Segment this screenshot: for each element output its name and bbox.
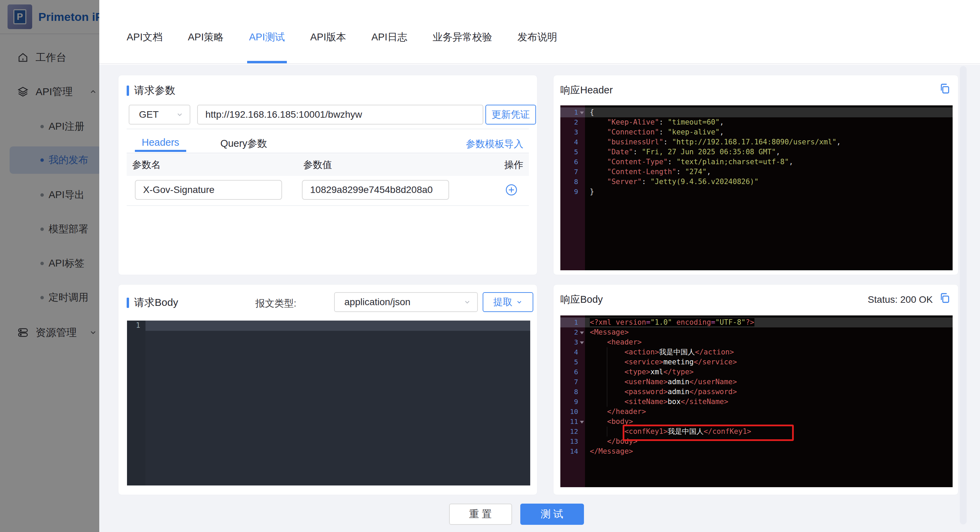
param-subtabs: Headers Query参数 [135, 133, 274, 153]
code-line: 8 <password>admin</password> [560, 387, 953, 397]
test-button[interactable]: 测 试 [520, 503, 584, 525]
col-action: 操作 [504, 159, 523, 172]
code-line: 7 "Content-Length": "274", [560, 167, 953, 177]
indent-guide [607, 347, 607, 407]
param-table-header: 参数名 参数值 操作 [127, 154, 529, 176]
fold-spacer [578, 127, 585, 137]
fold-spacer [578, 187, 585, 197]
content-type-label: 报文类型: [255, 297, 296, 310]
fold-spacer [578, 357, 585, 367]
modal-tabs: API文档 API策略 API测试 API版本 API日志 业务异常校验 发布说… [99, 0, 980, 64]
fold-spacer [578, 137, 585, 147]
method-select[interactable]: GET [129, 105, 190, 124]
fold-spacer [578, 377, 585, 387]
editor-line-number: 1 [136, 321, 140, 329]
code-line: 1<?xml version="1.0" encoding="UTF-8"?> [560, 318, 953, 327]
code-line: 6 "Content-Type": "text/plain;charset=ut… [560, 157, 953, 167]
accent-bar [127, 298, 129, 308]
fold-spacer [578, 318, 585, 327]
response-header-code[interactable]: 1{2 "Keep-Alive": "timeout=60",3 "Connec… [560, 105, 953, 270]
tab-api-test[interactable]: API测试 [249, 30, 285, 63]
request-body-editor[interactable]: 1 [127, 321, 530, 486]
tab-business-exception-check[interactable]: 业务异常校验 [433, 30, 492, 63]
fold-spacer [578, 387, 585, 397]
fold-arrow-icon[interactable] [578, 337, 585, 347]
tab-api-log[interactable]: API日志 [371, 30, 407, 63]
code-line: 4 "businessUrl": "http://192.168.17.164:… [560, 137, 953, 147]
fold-spacer [578, 167, 585, 177]
code-line: 2<Message> [560, 327, 953, 337]
fold-spacer [578, 118, 585, 127]
chevron-down-icon [516, 299, 523, 305]
code-line: 5 "Date": "Fri, 27 Jun 2025 06:35:08 GMT… [560, 147, 953, 157]
code-line: 10 </header> [560, 407, 953, 417]
divider [127, 205, 529, 206]
request-params-card: 请求参数 GET http://192.168.16.185:10001/bwz… [118, 75, 538, 275]
section-title-request-body: 请求Body [127, 295, 178, 310]
section-title-request-params: 请求参数 [127, 84, 175, 97]
editor-active-line [145, 321, 530, 331]
accent-bar [127, 86, 129, 96]
col-param-value: 参数值 [303, 159, 332, 172]
code-line: 14</Message> [560, 446, 953, 456]
fold-spacer [578, 157, 585, 167]
code-line: 6 <type>xml</type> [560, 367, 953, 377]
reset-button[interactable]: 重 置 [449, 503, 512, 525]
param-value-input[interactable]: 10829a8299e7454b8d208a0 [302, 180, 449, 200]
code-line: 9 <siteName>box</siteName> [560, 397, 953, 407]
scrollbar-track[interactable] [960, 66, 967, 524]
code-line: 7 <userName>admin</userName> [560, 377, 953, 387]
code-line: 9} [560, 187, 953, 197]
code-line: 2 "Keep-Alive": "timeout=60", [560, 118, 953, 127]
col-param-name: 参数名 [132, 159, 161, 172]
code-line: 3 <header> [560, 337, 953, 347]
fold-spacer [578, 367, 585, 377]
code-line: 3 "Connection": "keep-alive", [560, 127, 953, 137]
editor-gutter [127, 321, 145, 486]
fold-spacer [578, 407, 585, 417]
fold-spacer [578, 397, 585, 407]
code-line: 5 <service>meeting</service> [560, 357, 953, 367]
update-credential-button[interactable]: 更新凭证 [485, 105, 536, 124]
response-body-card: 响应Body Status: 200 OK 1<?xml version="1.… [553, 284, 958, 495]
fold-arrow-icon[interactable] [578, 107, 585, 118]
section-title-response-header: 响应Header [560, 84, 613, 97]
fold-spacer [578, 177, 585, 187]
chevron-down-icon [176, 111, 183, 118]
fold-spacer [578, 147, 585, 157]
param-template-import-link[interactable]: 参数模板导入 [466, 138, 523, 151]
tab-api-version[interactable]: API版本 [310, 30, 346, 63]
fold-arrow-icon[interactable] [578, 417, 585, 427]
fold-arrow-icon[interactable] [578, 327, 585, 337]
status-badge: Status: 200 OK [868, 294, 933, 305]
code-line: 4 <action>我是中国人</action> [560, 347, 953, 357]
divider [127, 129, 529, 129]
request-body-card: 请求Body 报文类型: application/json 提取 1 [118, 284, 538, 495]
indent-guide [607, 427, 607, 437]
subtab-headers[interactable]: Headers [135, 133, 186, 153]
tab-api-policy[interactable]: API策略 [188, 30, 224, 63]
param-name-input[interactable]: X-Gov-Signature [135, 180, 282, 200]
footer-buttons: 重 置 测 试 [76, 503, 957, 525]
code-line: 1{ [560, 107, 953, 118]
fold-spacer [578, 427, 585, 437]
code-line: 8 "Server": "Jetty(9.4.56.v20240826)" [560, 177, 953, 187]
modal-content: 请求参数 GET http://192.168.16.185:10001/bwz… [99, 65, 980, 532]
page: P Primeton iP 工作台 API管理 API注册 我的发布 API导出… [0, 0, 980, 532]
fold-spacer [578, 347, 585, 357]
annotation-red-box [623, 425, 794, 441]
copy-icon[interactable] [939, 83, 951, 94]
response-header-card: 响应Header 1{2 "Keep-Alive": "timeout=60",… [553, 75, 958, 275]
copy-icon[interactable] [939, 292, 951, 304]
add-param-icon[interactable] [505, 184, 517, 196]
response-body-code[interactable]: 1<?xml version="1.0" encoding="UTF-8"?>2… [560, 316, 953, 487]
chevron-down-icon [463, 299, 471, 306]
tab-release-notes[interactable]: 发布说明 [517, 30, 557, 63]
subtab-query-params[interactable]: Query参数 [213, 133, 274, 153]
extract-button[interactable]: 提取 [483, 292, 533, 312]
tab-api-doc[interactable]: API文档 [127, 30, 162, 63]
content-type-select[interactable]: application/json [334, 292, 478, 312]
api-test-modal: API文档 API策略 API测试 API版本 API日志 业务异常校验 发布说… [99, 0, 980, 532]
fold-spacer [578, 446, 585, 456]
url-input[interactable]: http://192.168.16.185:10001/bwzhyw [197, 105, 483, 124]
